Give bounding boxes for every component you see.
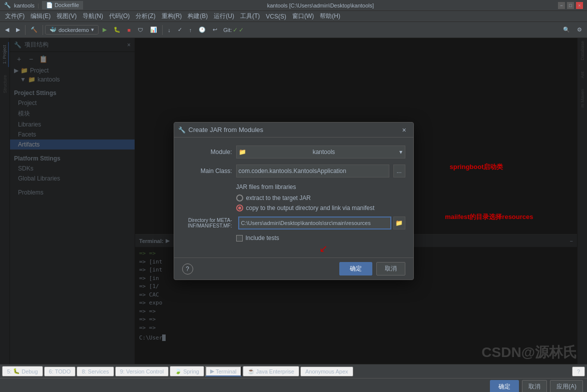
debug-icon: 🐛 — [13, 368, 20, 374]
settings-button[interactable]: ⚙ — [574, 24, 585, 36]
menu-help[interactable]: 帮助(H) — [317, 11, 343, 22]
todo-number: 6: — [49, 368, 54, 374]
menu-window[interactable]: 窗口(W) — [289, 11, 317, 22]
create-jar-dialog: 🔧 Create JAR from Modules × Module: 📁 ka… — [174, 122, 414, 280]
menu-run[interactable]: 运行(U) — [211, 11, 237, 22]
title-bar: 🔧 kantools | 📄 Dockerfile kantools [C:\U… — [0, 0, 587, 11]
back-button[interactable]: ◀ — [2, 24, 12, 36]
dialog-ok-button[interactable]: 确定 — [339, 262, 372, 276]
terminal-label2: Terminal — [216, 368, 237, 374]
directory-arrow: ↙ — [319, 242, 328, 254]
directory-input[interactable] — [238, 216, 391, 230]
je-label: Java Enterprise — [256, 368, 294, 374]
main-ok-button[interactable]: 确定 — [490, 380, 519, 392]
maximize-button[interactable]: □ — [567, 2, 574, 9]
menu-vcs[interactable]: VCS(S) — [263, 12, 289, 21]
include-tests-row: Include tests — [236, 234, 405, 242]
profile-button[interactable]: 📊 — [147, 24, 160, 36]
springboot-annotation: springboot启动类 — [450, 162, 503, 172]
menu-file[interactable]: 文件(F) — [2, 11, 28, 22]
git-history[interactable]: 🕐 — [196, 24, 209, 36]
main-class-browse-btn[interactable]: ... — [393, 164, 405, 178]
main-cancel-button[interactable]: 取消 — [522, 380, 547, 392]
radio-extract-label: extract to the target JAR — [246, 194, 311, 202]
dialog-help-button[interactable]: ? — [182, 264, 193, 274]
dockerfile-tab[interactable]: 📄 Dockerfile — [42, 1, 83, 10]
dialog-title: Create JAR from Modules — [189, 126, 399, 134]
tab-anonymous-apex[interactable]: Anonymous Apex — [300, 366, 353, 376]
menu-build[interactable]: 构建(B) — [185, 11, 211, 22]
aa-label: Anonymous Apex — [305, 368, 348, 374]
menu-tools[interactable]: 工具(T) — [237, 11, 263, 22]
tab-spring[interactable]: 🍃 Spring — [170, 366, 204, 376]
title-bar-controls: − □ × — [558, 2, 583, 9]
run-config-icon: 🐳 — [50, 26, 57, 33]
debug-label: Debug — [22, 368, 38, 374]
radio-copy[interactable]: copy to the output directory and link vi… — [236, 204, 405, 212]
close-button[interactable]: × — [576, 2, 583, 9]
git-check2-icon: ✓ — [239, 26, 244, 34]
radio-extract[interactable]: extract to the target JAR — [236, 194, 405, 202]
menu-view[interactable]: 视图(V) — [54, 11, 80, 22]
debug-button[interactable]: 🐛 — [111, 24, 124, 36]
run-button[interactable]: ▶ — [100, 24, 110, 36]
tab-help[interactable]: ? — [572, 366, 585, 376]
menu-analyze[interactable]: 分析(Z) — [133, 11, 158, 22]
run-config-dropdown[interactable]: 🐳 dockerdemo ▾ — [45, 25, 99, 34]
search-everywhere[interactable]: 🔍 — [560, 24, 573, 36]
tab-debug[interactable]: 5: 🐛 Debug — [2, 366, 43, 376]
git-label: Git: — [223, 27, 232, 33]
tab-services[interactable]: 8: Services — [77, 366, 114, 376]
stop-button[interactable]: ■ — [125, 24, 134, 36]
coverage-button[interactable]: 🛡 — [135, 24, 146, 36]
separator: | — [38, 2, 39, 8]
separator3 — [162, 25, 163, 35]
module-select[interactable]: 📁 kantools ▾ — [236, 146, 405, 158]
menu-code[interactable]: 代码(O) — [106, 11, 133, 22]
vc-label: Version Control — [126, 368, 164, 374]
forward-button[interactable]: ▶ — [13, 24, 23, 36]
dialog-cancel-button[interactable]: 取消 — [376, 262, 405, 276]
menu-navigate[interactable]: 导航(N) — [80, 11, 106, 22]
tab-version-control[interactable]: 9: Version Control — [115, 366, 169, 376]
spring-label: Spring — [183, 368, 199, 374]
radio-group: extract to the target JAR copy to the ou… — [236, 194, 405, 212]
radio-extract-circle — [236, 194, 243, 202]
radio-copy-label: copy to the output directory and link vi… — [246, 204, 375, 212]
main-apply-button[interactable]: 应用(A) — [550, 380, 583, 392]
module-folder-icon: 📁 — [239, 148, 246, 156]
manifest-annotation: maiifest的目录选择resources — [445, 212, 533, 222]
build-button[interactable]: 🔨 — [28, 24, 41, 36]
title-bar-title: kantools [C:\Users\admin\Desktop\kantool… — [83, 2, 558, 8]
minimize-button[interactable]: − — [558, 2, 565, 9]
spring-icon: 🍃 — [175, 368, 182, 374]
git-push[interactable]: ↑ — [186, 24, 195, 36]
directory-label: Directory for META-INF/MANIFEST.MF: — [182, 218, 236, 228]
services-number: 8: — [82, 368, 86, 374]
menu-edit[interactable]: 编辑(E) — [28, 11, 54, 22]
tab-java-enterprise[interactable]: ☕ Java Enterprise — [243, 366, 299, 376]
modal-overlay: 🔧 Create JAR from Modules × Module: 📁 ka… — [0, 38, 587, 364]
dialog-title-bar: 🔧 Create JAR from Modules × — [174, 122, 413, 138]
include-tests-checkbox[interactable] — [236, 235, 243, 242]
main-class-input[interactable] — [236, 164, 389, 178]
main-class-row: Main Class: ... — [182, 164, 405, 178]
jar-files-section: JAR files from libraries extract to the … — [182, 184, 405, 212]
tab-terminal[interactable]: ▶ Terminal — [205, 366, 242, 376]
title-bar-left: 🔧 kantools | 📄 Dockerfile — [4, 1, 83, 10]
git-commit[interactable]: ✓ — [175, 24, 185, 36]
todo-label: TODO — [55, 368, 71, 374]
dialog-close-button[interactable]: × — [399, 125, 409, 135]
git-rollback[interactable]: ↩ — [210, 24, 220, 36]
module-row: Module: 📁 kantools ▾ — [182, 146, 405, 158]
dropdown-icon: ▾ — [399, 148, 402, 156]
directory-browse-btn[interactable]: 📁 — [393, 216, 405, 230]
dialog-footer: ? 确定 取消 — [174, 258, 413, 280]
vc-number: 9: — [120, 368, 125, 374]
tab-todo[interactable]: 6: TODO — [44, 366, 76, 376]
git-check-icon: ✓ — [233, 26, 238, 34]
menu-refactor[interactable]: 重构(R) — [159, 11, 185, 22]
git-update[interactable]: ↓ — [165, 24, 174, 36]
menu-bar: 文件(F) 编辑(E) 视图(V) 导航(N) 代码(O) 分析(Z) 重构(R… — [0, 11, 587, 22]
include-tests-label: Include tests — [246, 234, 279, 242]
